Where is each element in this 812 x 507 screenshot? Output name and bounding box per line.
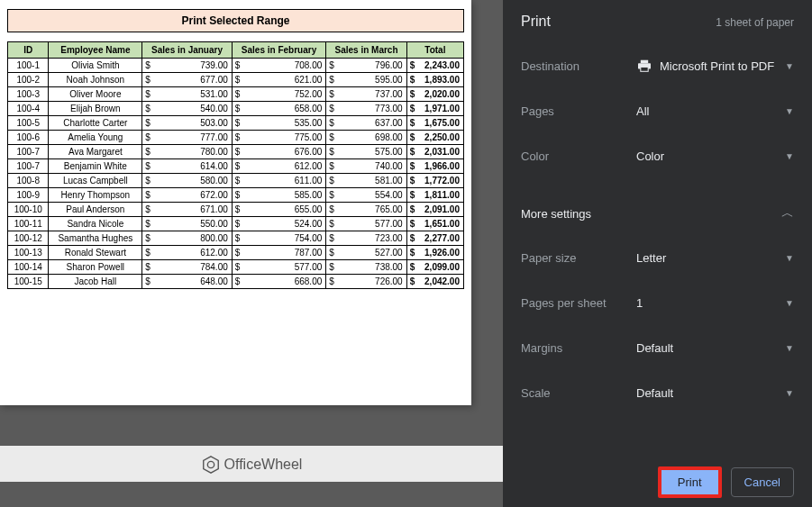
- pages-row: Pages All ▼: [521, 97, 794, 124]
- paper-size-row: Paper size Letter ▼: [521, 244, 794, 271]
- data-table: IDEmployee NameSales in JanuarySales in …: [7, 41, 464, 289]
- chevron-down-icon: ▼: [785, 343, 794, 353]
- svg-rect-2: [641, 60, 648, 64]
- print-preview-area: Print Selected Range IDEmployee NameSale…: [0, 0, 503, 507]
- watermark-bar: OfficeWheel: [0, 446, 503, 482]
- scale-row: Scale Default ▼: [521, 379, 794, 406]
- cancel-button[interactable]: Cancel: [731, 467, 794, 497]
- table-row: 100-8Lucas Campbell$580.00$611.00$581.00…: [8, 174, 464, 188]
- table-row: 100-2Noah Johnson$677.00$621.00$595.00$1…: [8, 73, 464, 87]
- destination-row: Destination Microsoft Print to PDF ▼: [521, 52, 794, 79]
- pages-label: Pages: [521, 104, 554, 118]
- table-row: 100-9Henry Thompson$672.00$585.00$554.00…: [8, 188, 464, 203]
- page-title: Print Selected Range: [7, 9, 464, 32]
- table-header: Total: [406, 42, 463, 59]
- chevron-down-icon: ▼: [785, 151, 794, 161]
- scale-label: Scale: [521, 386, 551, 400]
- scale-select[interactable]: Default ▼: [636, 386, 794, 400]
- color-row: Color Color ▼: [521, 142, 794, 169]
- svg-point-1: [207, 461, 214, 467]
- officewheel-logo-icon: [201, 455, 221, 475]
- destination-select[interactable]: Microsoft Print to PDF ▼: [636, 59, 794, 73]
- paper-size-label: Paper size: [521, 251, 576, 265]
- pages-per-sheet-row: Pages per sheet 1 ▼: [521, 289, 794, 316]
- table-row: 100-5Charlotte Carter$503.00$535.00$637.…: [8, 116, 464, 131]
- color-label: Color: [521, 149, 549, 163]
- panel-title: Print: [521, 14, 551, 30]
- more-settings-toggle[interactable]: More settings ︿: [521, 205, 794, 222]
- chevron-up-icon: ︿: [781, 205, 794, 222]
- chevron-down-icon: ▼: [785, 106, 794, 116]
- table-row: 100-12Samantha Hughes$800.00$754.00$723.…: [8, 231, 464, 246]
- table-row: 100-10Paul Anderson$671.00$655.00$765.00…: [8, 203, 464, 217]
- table-row: 100-11Sandra Nicole$550.00$524.00$577.00…: [8, 217, 464, 231]
- chevron-down-icon: ▼: [785, 298, 794, 308]
- pages-per-sheet-label: Pages per sheet: [521, 296, 607, 310]
- chevron-down-icon: ▼: [785, 388, 794, 398]
- chevron-down-icon: ▼: [785, 253, 794, 263]
- table-row: 100-1Olivia Smith$739.00$708.00$796.00$2…: [8, 59, 464, 73]
- svg-marker-0: [203, 457, 218, 473]
- pages-select[interactable]: All ▼: [636, 104, 794, 118]
- svg-rect-4: [641, 67, 648, 71]
- table-header: ID: [8, 42, 49, 59]
- table-header: Sales in January: [142, 42, 232, 59]
- table-row: 100-6Amelia Young$777.00$775.00$698.00$2…: [8, 131, 464, 145]
- margins-label: Margins: [521, 341, 562, 355]
- print-button[interactable]: Print: [658, 466, 722, 498]
- button-bar: Print Cancel: [658, 466, 794, 498]
- margins-select[interactable]: Default ▼: [636, 341, 794, 355]
- table-row: 100-7Ava Margaret$780.00$676.00$575.00$2…: [8, 145, 464, 159]
- table-header: Employee Name: [49, 42, 142, 59]
- table-row: 100-14Sharon Powell$784.00$577.00$738.00…: [8, 260, 464, 275]
- margins-row: Margins Default ▼: [521, 334, 794, 361]
- color-select[interactable]: Color ▼: [636, 149, 794, 163]
- sheet-count: 1 sheet of paper: [716, 16, 794, 29]
- table-row: 100-7Benjamin White$614.00$612.00$740.00…: [8, 159, 464, 174]
- destination-label: Destination: [521, 59, 579, 73]
- table-row: 100-4Elijah Brown$540.00$658.00$773.00$1…: [8, 102, 464, 116]
- table-row: 100-15Jacob Hall$648.00$668.00$726.00$2,…: [8, 275, 464, 289]
- pages-per-sheet-select[interactable]: 1 ▼: [636, 296, 794, 310]
- printer-icon: [636, 59, 652, 72]
- print-settings-panel: Print 1 sheet of paper Destination Micro…: [503, 0, 812, 507]
- table-header: Sales in March: [326, 42, 406, 59]
- table-row: 100-13Ronald Stewart$612.00$787.00$527.0…: [8, 246, 464, 260]
- table-header: Sales in February: [232, 42, 326, 59]
- paper-size-select[interactable]: Letter ▼: [636, 251, 794, 265]
- chevron-down-icon: ▼: [785, 61, 794, 71]
- watermark-text: OfficeWheel: [224, 457, 303, 473]
- preview-page: Print Selected Range IDEmployee NameSale…: [0, 0, 471, 405]
- table-row: 100-3Oliver Moore$531.00$752.00$737.00$2…: [8, 87, 464, 102]
